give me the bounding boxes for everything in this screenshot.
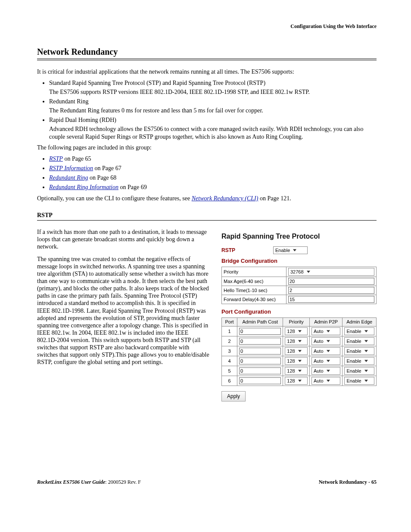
bridge-row-label: Priority [222, 267, 286, 277]
priority-select[interactable]: 128 [285, 347, 308, 355]
chevron-down-icon [363, 358, 369, 364]
chevron-down-icon [325, 338, 331, 344]
feature-item-body: The Redundant Ring features 0 ms for res… [49, 107, 377, 115]
link-suffix: on Page 68 [88, 174, 117, 181]
link-rstp-info[interactable]: RSTP Information [49, 165, 93, 171]
admin-edge-select[interactable]: Enable [344, 327, 374, 335]
col-port: Port [222, 317, 237, 326]
chevron-down-icon [297, 328, 303, 334]
feature-item-head: Rapid Dual Homing (RDH) [49, 116, 377, 124]
intro-cli-line: Optionally, you can use the CLI to confi… [37, 195, 377, 202]
feature-item-body: Advanced RDH technology allows the ES750… [49, 125, 377, 140]
col-admin-p2p: Admin P2P [309, 317, 342, 326]
footer-right: Network Redundancy - 65 [319, 479, 377, 485]
max-age-input[interactable] [288, 278, 374, 285]
feature-list: Standard Rapid Spanning Tree Protocol (S… [37, 79, 377, 141]
link-rstp[interactable]: RSTP [49, 156, 63, 162]
link-cli[interactable]: Network Redundancy (CLI) [192, 195, 258, 202]
feature-item-body: The ES7506 supports RSTP versions IEEE 8… [49, 88, 377, 96]
link-suffix: on Page 69 [118, 184, 147, 190]
chevron-down-icon [297, 378, 303, 384]
table-row: 2 128 Auto Enable [222, 336, 377, 346]
rstp-mode-label: RSTP [221, 247, 273, 253]
admin-path-cost-input[interactable] [239, 377, 281, 384]
footer-left: RocketLinx ES7506 User Guide: 2000529 Re… [37, 479, 141, 485]
table-row: 6 128 Auto Enable [222, 376, 377, 386]
link-redundant-ring[interactable]: Redundant Ring [49, 174, 88, 181]
section-title: Network Redundancy [37, 47, 377, 60]
table-row: 5 128 Auto Enable [222, 366, 377, 376]
admin-p2p-select[interactable]: Auto [311, 357, 340, 365]
admin-path-cost-input[interactable] [239, 358, 281, 364]
table-row: 3 128 Auto Enable [222, 346, 377, 356]
admin-path-cost-input[interactable] [239, 328, 281, 335]
chevron-down-icon [325, 378, 331, 384]
admin-edge-select[interactable]: Enable [344, 357, 374, 365]
table-row: 4 128 Auto Enable [222, 356, 377, 366]
priority-select[interactable]: 128 [285, 327, 308, 335]
priority-select[interactable]: 128 [285, 337, 308, 345]
forward-delay-input[interactable] [288, 296, 374, 303]
link-suffix: on Page 67 [93, 165, 121, 171]
apply-button[interactable]: Apply [221, 391, 246, 401]
chevron-down-icon [363, 328, 369, 334]
intro-p2: The following pages are included in this… [37, 144, 377, 152]
admin-p2p-select[interactable]: Auto [311, 377, 340, 385]
chevron-down-icon [325, 328, 331, 334]
bridge-config-table: Priority 32768 Max Age(6-40 sec) Hello T… [221, 267, 377, 304]
hello-time-input[interactable] [288, 287, 374, 294]
chevron-down-icon [363, 368, 369, 374]
priority-select[interactable]: 128 [285, 357, 308, 365]
rstp-para-1: If a switch has more than one path to a … [37, 228, 209, 250]
col-admin-path-cost: Admin Path Cost [237, 317, 283, 326]
port-config-heading: Port Configuration [221, 308, 377, 315]
feature-item-head: Standard Rapid Spanning Tree Protocol (S… [49, 79, 377, 87]
chevron-down-icon [325, 358, 331, 364]
rstp-mode-select[interactable]: Enable [273, 246, 308, 254]
bridge-row-label: Forward Delay(4-30 sec) [222, 295, 286, 304]
priority-select[interactable]: 128 [285, 377, 308, 385]
bridge-priority-select[interactable]: 32768 [288, 268, 374, 276]
feature-item-head: Redundant Ring [49, 98, 377, 106]
table-row: 1 128 Auto Enable [222, 326, 377, 336]
rstp-para-2: The spanning tree was created to combat … [37, 255, 209, 366]
panel-title: Rapid Spanning Tree Protocol [221, 233, 377, 240]
link-redundant-ring-info[interactable]: Redundant Ring Information [49, 184, 118, 190]
chevron-down-icon [325, 348, 331, 354]
rstp-config-panel: Rapid Spanning Tree Protocol RSTP Enable… [221, 228, 377, 401]
link-suffix: on Page 65 [63, 156, 91, 162]
bridge-row-label: Hello Time(1-10 sec) [222, 286, 286, 295]
bridge-row-label: Max Age(6-40 sec) [222, 277, 286, 286]
chevron-down-icon [363, 348, 369, 354]
chevron-down-icon [292, 247, 298, 253]
intro-lead: It is critical for industrial applicatio… [37, 68, 377, 76]
col-admin-edge: Admin Edge [342, 317, 377, 326]
admin-p2p-select[interactable]: Auto [311, 347, 340, 355]
admin-p2p-select[interactable]: Auto [311, 337, 340, 345]
chevron-down-icon [297, 348, 303, 354]
admin-edge-select[interactable]: Enable [344, 367, 374, 375]
rstp-subheading: RSTP [37, 212, 377, 221]
chevron-down-icon [363, 338, 369, 344]
chevron-down-icon [325, 368, 331, 374]
priority-select[interactable]: 128 [285, 367, 308, 375]
bridge-config-heading: Bridge Configuration [221, 258, 377, 264]
chevron-down-icon [363, 378, 369, 384]
chevron-down-icon [305, 269, 311, 275]
admin-path-cost-input[interactable] [239, 348, 281, 355]
col-priority: Priority [283, 317, 310, 326]
admin-path-cost-input[interactable] [239, 338, 281, 345]
chevron-down-icon [297, 368, 303, 374]
chevron-down-icon [297, 338, 303, 344]
admin-path-cost-input[interactable] [239, 367, 281, 374]
page-links-list: RSTP on Page 65 RSTP Information on Page… [37, 155, 377, 192]
admin-p2p-select[interactable]: Auto [311, 367, 340, 375]
running-header: Configuration Using the Web Interface [37, 23, 377, 30]
chevron-down-icon [297, 358, 303, 364]
admin-edge-select[interactable]: Enable [344, 347, 374, 355]
admin-p2p-select[interactable]: Auto [311, 327, 340, 335]
admin-edge-select[interactable]: Enable [344, 337, 374, 345]
port-config-table: Port Admin Path Cost Priority Admin P2P … [221, 317, 377, 386]
admin-edge-select[interactable]: Enable [344, 377, 374, 385]
